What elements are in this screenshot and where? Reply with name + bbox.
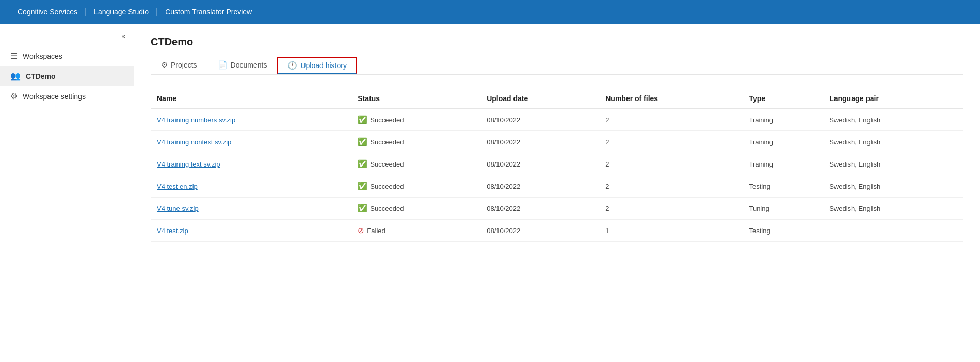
status-text: Succeeded xyxy=(370,205,404,212)
sidebar-item-workspaces-label: Workspaces xyxy=(23,52,62,60)
row-type-3: Testing xyxy=(743,175,823,198)
row-upload-date-3: 08/10/2022 xyxy=(480,175,599,198)
row-upload-date-2: 08/10/2022 xyxy=(480,153,599,175)
status-text: Succeeded xyxy=(370,138,404,146)
table-row: V4 test.zip⊘Failed08/10/20221Testing xyxy=(151,220,963,242)
row-num-files-2: 2 xyxy=(599,153,743,175)
row-language-pair-5 xyxy=(823,220,963,242)
ctdemo-icon: 👥 xyxy=(10,71,21,81)
row-language-pair-0: Swedish, English xyxy=(823,108,963,131)
row-upload-date-0: 08/10/2022 xyxy=(480,108,599,131)
col-header-upload-date: Upload date xyxy=(480,89,599,108)
main-content: CTDemo ⚙ Projects 📄 Documents 🕐 Upload h… xyxy=(134,24,980,362)
row-language-pair-3: Swedish, English xyxy=(823,175,963,198)
success-icon: ✅ xyxy=(358,204,367,213)
projects-tab-icon: ⚙ xyxy=(161,60,168,70)
row-num-files-0: 2 xyxy=(599,108,743,131)
col-header-type: Type xyxy=(743,89,823,108)
tab-projects[interactable]: ⚙ Projects xyxy=(151,56,207,75)
sidebar-item-workspace-settings-label: Workspace settings xyxy=(23,92,86,101)
row-num-files-3: 2 xyxy=(599,175,743,198)
status-text: Failed xyxy=(367,227,385,235)
table-row: V4 training text sv.zip✅Succeeded08/10/2… xyxy=(151,153,963,175)
sidebar: « ☰ Workspaces 👥 CTDemo ⚙ Workspace sett… xyxy=(0,24,134,362)
row-name-2[interactable]: V4 training text sv.zip xyxy=(157,160,220,168)
col-header-status: Status xyxy=(351,89,480,108)
documents-tab-icon: 📄 xyxy=(218,60,228,70)
row-num-files-4: 2 xyxy=(599,198,743,220)
row-name-1[interactable]: V4 training nontext sv.zip xyxy=(157,138,231,146)
tabs-bar: ⚙ Projects 📄 Documents 🕐 Upload history xyxy=(151,56,963,75)
success-icon: ✅ xyxy=(358,159,367,169)
col-header-name: Name xyxy=(151,89,351,108)
row-type-0: Training xyxy=(743,108,823,131)
sidebar-item-ctdemo[interactable]: 👥 CTDemo xyxy=(0,66,134,86)
success-icon: ✅ xyxy=(358,137,367,146)
status-text: Succeeded xyxy=(370,183,404,190)
tab-upload-history[interactable]: 🕐 Upload history xyxy=(277,57,357,74)
status-text: Succeeded xyxy=(370,116,404,124)
upload-history-tab-icon: 🕐 xyxy=(287,61,297,70)
success-icon: ✅ xyxy=(358,182,367,191)
workspace-title: CTDemo xyxy=(151,36,963,48)
workspace-settings-icon: ⚙ xyxy=(10,91,18,101)
sidebar-item-workspaces[interactable]: ☰ Workspaces xyxy=(0,46,134,66)
upload-history-table: Name Status Upload date Number of files … xyxy=(151,89,963,242)
tab-upload-history-label: Upload history xyxy=(300,61,347,70)
row-type-4: Tuning xyxy=(743,198,823,220)
nav-cognitive-services[interactable]: Cognitive Services xyxy=(10,8,85,16)
table-row: V4 training nontext sv.zip✅Succeeded08/1… xyxy=(151,131,963,153)
row-type-5: Testing xyxy=(743,220,823,242)
row-upload-date-5: 08/10/2022 xyxy=(480,220,599,242)
row-type-1: Training xyxy=(743,131,823,153)
table-row: V4 tune sv.zip✅Succeeded08/10/20222Tunin… xyxy=(151,198,963,220)
row-language-pair-4: Swedish, English xyxy=(823,198,963,220)
failed-icon: ⊘ xyxy=(358,226,364,235)
row-name-5[interactable]: V4 test.zip xyxy=(157,227,188,235)
main-layout: « ☰ Workspaces 👥 CTDemo ⚙ Workspace sett… xyxy=(0,24,980,362)
status-text: Succeeded xyxy=(370,160,404,168)
row-name-3[interactable]: V4 test en.zip xyxy=(157,183,198,190)
top-navigation: Cognitive Services | Language Studio | C… xyxy=(0,0,980,24)
col-header-num-files: Number of files xyxy=(599,89,743,108)
table-row: V4 test en.zip✅Succeeded08/10/20222Testi… xyxy=(151,175,963,198)
sidebar-item-workspace-settings[interactable]: ⚙ Workspace settings xyxy=(0,86,134,106)
col-header-language-pair: Language pair xyxy=(823,89,963,108)
row-language-pair-1: Swedish, English xyxy=(823,131,963,153)
sidebar-item-ctdemo-label: CTDemo xyxy=(26,72,56,80)
table-header-row: Name Status Upload date Number of files … xyxy=(151,89,963,108)
row-language-pair-2: Swedish, English xyxy=(823,153,963,175)
row-upload-date-1: 08/10/2022 xyxy=(480,131,599,153)
row-upload-date-4: 08/10/2022 xyxy=(480,198,599,220)
table-row: V4 training numbers sv.zip✅Succeeded08/1… xyxy=(151,108,963,131)
workspaces-icon: ☰ xyxy=(10,51,18,61)
row-num-files-5: 1 xyxy=(599,220,743,242)
nav-language-studio[interactable]: Language Studio xyxy=(87,8,156,16)
success-icon: ✅ xyxy=(358,115,367,124)
row-num-files-1: 2 xyxy=(599,131,743,153)
row-name-4[interactable]: V4 tune sv.zip xyxy=(157,205,199,212)
tab-documents-label: Documents xyxy=(231,61,267,69)
row-name-0[interactable]: V4 training numbers sv.zip xyxy=(157,116,235,124)
tab-projects-label: Projects xyxy=(171,61,197,69)
tab-documents[interactable]: 📄 Documents xyxy=(207,56,278,75)
nav-custom-translator[interactable]: Custom Translator Preview xyxy=(158,8,259,16)
sidebar-collapse-button[interactable]: « xyxy=(0,30,134,46)
row-type-2: Training xyxy=(743,153,823,175)
